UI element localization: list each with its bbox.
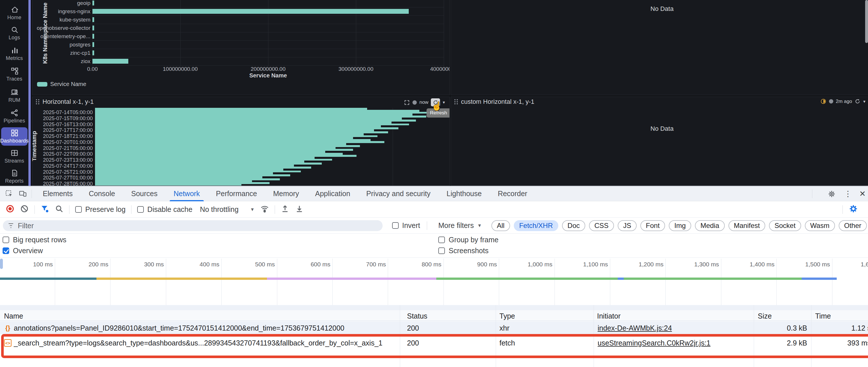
filter-input[interactable]: Filter <box>3 220 383 231</box>
chevron-down-icon[interactable]: ▾ <box>863 99 865 104</box>
tab-console[interactable]: Console <box>81 187 123 201</box>
refresh-icon[interactable] <box>855 98 861 104</box>
settings-gear-icon[interactable] <box>827 189 836 199</box>
network-conditions-icon[interactable] <box>260 204 269 215</box>
cell-status: 200 <box>407 324 419 332</box>
fullscreen-icon[interactable] <box>404 99 410 105</box>
timestamp-tick: 2025-07-27T01:00:00 <box>35 175 93 181</box>
chart-legend[interactable]: Service Name <box>37 81 86 88</box>
chip-fetch-xhr[interactable]: Fetch/XHR <box>514 220 558 231</box>
sidebar-item-logs[interactable]: Logs <box>1 24 28 42</box>
filter-toggle-icon[interactable] <box>40 204 49 215</box>
column-header-type[interactable]: Type <box>499 312 515 320</box>
column-header-size[interactable]: Size <box>758 312 772 320</box>
bar-openobserve-collector[interactable] <box>92 26 94 30</box>
tab-application[interactable]: Application <box>307 187 358 201</box>
chip-wasm[interactable]: Wasm <box>805 220 835 231</box>
x-axis-tick: 400000000 <box>430 66 450 72</box>
network-settings-gear-icon[interactable] <box>849 204 858 215</box>
column-header-status[interactable]: Status <box>407 312 427 320</box>
sidebar-item-streams[interactable]: Streams <box>1 147 28 166</box>
disable-cache-checkbox[interactable]: Disable cache <box>137 205 192 213</box>
inspect-element-icon[interactable] <box>4 189 14 199</box>
export-har-icon[interactable] <box>295 204 304 215</box>
request-row[interactable]: {}annotations?panels=Panel_ID9286010&sta… <box>0 322 868 334</box>
sidebar-item-pipelines[interactable]: Pipelines <box>1 107 28 126</box>
timeline-tick-label: 1,300 ms <box>694 261 719 268</box>
panel-title: Horizontal x-1, y-1 <box>42 98 94 105</box>
bar-kube-system[interactable] <box>92 17 94 22</box>
tab-memory[interactable]: Memory <box>265 187 307 201</box>
bar-postgres[interactable] <box>92 42 94 47</box>
timeline-tick-label: 400 ms <box>199 261 219 268</box>
bar-zinc-cp1[interactable] <box>92 51 94 55</box>
tab-performance[interactable]: Performance <box>208 187 265 201</box>
tab-privacy-and-security[interactable]: Privacy and security <box>358 187 439 201</box>
chip-css[interactable]: CSS <box>589 220 614 231</box>
overview-left-handle[interactable] <box>0 259 3 269</box>
table-icon <box>11 149 19 157</box>
chip-js[interactable]: JS <box>618 220 637 231</box>
mouse-cursor: ☝ <box>431 101 442 111</box>
column-header-initiator[interactable]: Initiator <box>597 312 621 320</box>
tab-network[interactable]: Network <box>166 187 208 201</box>
network-overview-timeline[interactable]: 100 ms200 ms300 ms400 ms500 ms600 ms700 … <box>0 258 868 305</box>
bar-geoip[interactable] <box>92 1 94 5</box>
tab-lighthouse[interactable]: Lighthouse <box>439 187 490 201</box>
bar-opentelemetry-ope...[interactable] <box>92 34 94 39</box>
import-har-icon[interactable] <box>281 204 289 215</box>
sidebar-item-rum[interactable]: RUM <box>1 87 28 105</box>
dashboard-scrollbar[interactable] <box>865 0 868 43</box>
overview-waterfall-segment <box>618 277 624 280</box>
screenshots-checkbox[interactable]: Screenshots <box>438 246 489 255</box>
column-header-name[interactable]: Name <box>4 312 23 320</box>
timeseries-bar <box>95 108 367 110</box>
sidebar-item-metrics[interactable]: Metrics <box>1 45 28 63</box>
drag-handle-icon[interactable] <box>454 99 458 104</box>
throttling-select[interactable]: No throttling ▼ <box>200 205 255 213</box>
sidebar-item-reports[interactable]: Reports <box>1 167 28 186</box>
preserve-log-checkbox[interactable]: Preserve log <box>75 205 125 213</box>
sidebar-item-label: RUM <box>8 97 20 103</box>
panel-header[interactable]: custom Horizontal x-1, y-1 <box>451 97 868 107</box>
bar-ziox[interactable] <box>92 59 128 64</box>
more-filters-button[interactable]: More filters ▼ <box>438 221 482 230</box>
overview-checkbox[interactable]: Overview <box>3 246 43 255</box>
column-header-time[interactable]: Time <box>815 312 831 320</box>
y-axis-category-label: postgres <box>36 41 90 48</box>
sidebar-item-home[interactable]: Home <box>1 4 28 22</box>
bar-ingress-nginx[interactable] <box>92 9 409 14</box>
search-icon <box>11 26 19 34</box>
chevron-down-icon[interactable]: ▾ <box>443 100 445 105</box>
sidebar-item-traces[interactable]: Traces <box>1 65 28 84</box>
cell-initiator[interactable]: index-De-AWMbK.js:24 <box>598 324 672 332</box>
sidebar-item-dashboards[interactable]: Dashboards <box>1 127 28 146</box>
search-network-icon[interactable] <box>55 204 63 215</box>
drag-handle-icon[interactable] <box>36 99 40 104</box>
close-devtools-icon[interactable]: ✕ <box>859 189 866 198</box>
group-by-frame-checkbox[interactable]: Group by frame <box>438 236 499 244</box>
tab-elements[interactable]: Elements <box>35 187 81 201</box>
chip-socket[interactable]: Socket <box>769 220 801 231</box>
chip-img[interactable]: Img <box>669 220 691 231</box>
tab-sources[interactable]: Sources <box>123 187 166 201</box>
panel-header[interactable]: Horizontal x-1, y-1 <box>32 97 450 107</box>
device-toolbar-icon[interactable] <box>18 189 28 199</box>
sidebar-scrollbar[interactable] <box>28 0 31 186</box>
chip-doc[interactable]: Doc <box>562 220 585 231</box>
kebab-menu-icon[interactable]: ⋮ <box>844 189 851 198</box>
clear-network-log-button[interactable] <box>20 204 29 215</box>
timeseries-bar <box>95 165 294 167</box>
invert-checkbox[interactable]: Invert <box>392 221 420 230</box>
chip-all[interactable]: All <box>491 220 510 231</box>
chip-font[interactable]: Font <box>640 220 665 231</box>
tab-recorder[interactable]: Recorder <box>490 187 535 201</box>
chip-other[interactable]: Other <box>839 220 867 231</box>
time-range-label[interactable]: now <box>420 99 428 105</box>
big-request-rows-checkbox[interactable]: Big request rows <box>3 236 66 244</box>
timeseries-bar <box>95 124 409 126</box>
record-network-log-button[interactable] <box>6 204 14 215</box>
chip-manifest[interactable]: Manifest <box>728 220 766 231</box>
timeline-tick-label: 1,400 ms <box>750 261 774 268</box>
chip-media[interactable]: Media <box>695 220 724 231</box>
